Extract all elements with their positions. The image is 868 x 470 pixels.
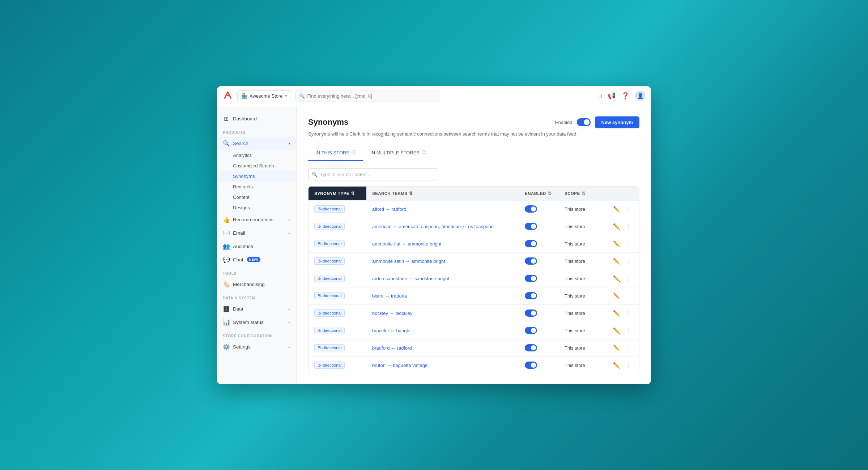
edit-icon-0[interactable]: ✏️ xyxy=(612,205,622,213)
edit-icon-4[interactable]: ✏️ xyxy=(612,274,622,283)
tab-in-multiple-stores[interactable]: IN MULTIPLE STORES ⓘ xyxy=(363,145,433,161)
table-search-icon: 🔍 xyxy=(312,172,318,177)
col-enabled[interactable]: ENABLED ⇅ xyxy=(519,187,559,201)
logo[interactable] xyxy=(223,90,233,102)
table-header-row: SYNONYM TYPE ⇅ SEARCH TERMS ⇅ ENABLED ⇅ … xyxy=(309,187,639,201)
badge-bidirectional-7[interactable]: Bi-directional xyxy=(314,327,345,334)
cell-enabled-9 xyxy=(519,356,559,374)
store-selector[interactable]: 🏪 Awesome Store ▾ xyxy=(237,90,291,101)
badge-bidirectional-1[interactable]: Bi-directional xyxy=(314,223,345,230)
row-actions-8: ✏️ ⋮ xyxy=(612,344,633,352)
row-toggle-1[interactable] xyxy=(525,223,537,230)
more-icon-6[interactable]: ⋮ xyxy=(625,309,633,317)
global-search-input[interactable] xyxy=(295,90,440,102)
row-actions-0: ✏️ ⋮ xyxy=(612,205,633,213)
row-actions-4: ✏️ ⋮ xyxy=(612,274,633,283)
row-toggle-7[interactable] xyxy=(525,327,537,334)
sidebar-item-system-status[interactable]: 📊 System status ▸ xyxy=(217,316,296,329)
more-icon-0[interactable]: ⋮ xyxy=(625,205,633,213)
system-status-icon: 📊 xyxy=(223,319,229,326)
sidebar-item-dashboard[interactable]: ⊞ Dashboard xyxy=(217,112,296,125)
row-toggle-6[interactable] xyxy=(525,309,537,317)
sidebar-item-data[interactable]: 🗄️ Data ▸ xyxy=(217,302,296,316)
sidebar-sub-designs[interactable]: Designs xyxy=(217,202,296,213)
in-multiple-stores-help-icon[interactable]: ⓘ xyxy=(422,150,426,156)
table-row: Bi-directional bracelet ↔ bangle This st… xyxy=(309,322,639,339)
edit-icon-2[interactable]: ✏️ xyxy=(612,240,622,248)
row-toggle-4[interactable] xyxy=(525,275,537,282)
section-label-data-system: DATA & SYSTEM xyxy=(217,291,296,302)
user-avatar[interactable]: 👤 xyxy=(635,91,645,101)
edit-icon-8[interactable]: ✏️ xyxy=(612,344,622,352)
cell-scope-9: This store xyxy=(559,356,606,374)
row-actions-9: ✏️ ⋮ xyxy=(612,361,633,369)
more-icon-9[interactable]: ⋮ xyxy=(625,361,633,369)
row-toggle-0[interactable] xyxy=(525,205,537,213)
sidebar-item-settings[interactable]: ⚙️ Settings ▸ xyxy=(217,340,296,354)
more-icon-2[interactable]: ⋮ xyxy=(625,240,633,248)
sidebar-sub-customized-search[interactable]: Customized Search xyxy=(217,161,296,171)
col-search-terms[interactable]: SEARCH TERMS ⇅ xyxy=(366,187,519,201)
more-icon-5[interactable]: ⋮ xyxy=(625,292,633,300)
row-toggle-5[interactable] xyxy=(525,292,537,299)
edit-icon-9[interactable]: ✏️ xyxy=(612,361,622,369)
search-terms-text-4: arden sandstone ↔ sandstone bright xyxy=(372,276,449,281)
badge-bidirectional-8[interactable]: Bi-directional xyxy=(314,344,345,351)
megaphone-icon[interactable]: 📢 xyxy=(608,92,616,100)
row-toggle-2[interactable] xyxy=(525,240,537,247)
cell-synonym-type-5: Bi-directional xyxy=(309,287,366,304)
sidebar-item-chat[interactable]: 💬 Chat New! xyxy=(217,253,296,266)
more-icon-4[interactable]: ⋮ xyxy=(625,274,633,283)
cell-scope-3: This store xyxy=(559,252,606,270)
scope-text-7: This store xyxy=(565,328,585,333)
sidebar-sub-content[interactable]: Content xyxy=(217,192,296,202)
cell-synonym-type-6: Bi-directional xyxy=(309,304,366,322)
badge-bidirectional-9[interactable]: Bi-directional xyxy=(314,362,345,369)
sidebar-item-recommendations[interactable]: 👍 Recommendations ▸ xyxy=(217,213,296,226)
edit-icon-6[interactable]: ✏️ xyxy=(612,309,622,317)
sidebar-item-audience[interactable]: 👥 Audience xyxy=(217,240,296,253)
search-terms-text-0: afford ↔ radford xyxy=(372,206,406,212)
scope-text-3: This store xyxy=(565,258,585,264)
table-search-input[interactable] xyxy=(308,168,438,180)
col-synonym-type[interactable]: SYNONYM TYPE ⇅ xyxy=(309,187,366,201)
badge-bidirectional-6[interactable]: Bi-directional xyxy=(314,309,345,317)
scope-text-5: This store xyxy=(565,293,585,299)
row-toggle-3[interactable] xyxy=(525,257,537,265)
edit-icon-5[interactable]: ✏️ xyxy=(612,292,622,300)
sidebar-item-search[interactable]: 🔍 Search ▾ xyxy=(217,137,296,150)
sidebar-sub-analytics[interactable]: Analytics xyxy=(217,150,296,161)
table-search: 🔍 xyxy=(308,168,438,180)
sidebar-item-merchandising[interactable]: 🏷️ Merchandising xyxy=(217,278,296,291)
badge-bidirectional-0[interactable]: Bi-directional xyxy=(314,205,345,213)
cell-search-terms-1: american ↔ american teaspoon, american ↔… xyxy=(366,218,519,235)
sidebar-item-email[interactable]: ✉️ Email ▸ xyxy=(217,226,296,240)
notifications-icon[interactable]: □ xyxy=(598,92,602,100)
more-icon-8[interactable]: ⋮ xyxy=(625,344,633,352)
edit-icon-1[interactable]: ✏️ xyxy=(612,222,622,231)
more-icon-7[interactable]: ⋮ xyxy=(625,326,633,335)
row-toggle-8[interactable] xyxy=(525,344,537,351)
col-scope[interactable]: SCOPE ⇅ xyxy=(559,187,606,201)
in-this-store-help-icon[interactable]: ⓘ xyxy=(352,150,356,156)
cell-actions-5: ✏️ ⋮ xyxy=(606,287,639,304)
cell-scope-4: This store xyxy=(559,270,606,287)
cell-enabled-2 xyxy=(519,235,559,252)
enabled-toggle[interactable] xyxy=(577,118,591,126)
more-icon-1[interactable]: ⋮ xyxy=(625,222,633,231)
badge-bidirectional-3[interactable]: Bi-directional xyxy=(314,257,345,265)
sidebar-sub-redirects[interactable]: Redirects xyxy=(217,181,296,192)
more-icon-3[interactable]: ⋮ xyxy=(625,257,633,265)
edit-icon-7[interactable]: ✏️ xyxy=(612,326,622,335)
sidebar-sub-synonyms[interactable]: Synonyms xyxy=(217,171,296,181)
col-actions xyxy=(606,187,639,201)
row-toggle-9[interactable] xyxy=(525,362,537,369)
edit-icon-3[interactable]: ✏️ xyxy=(612,257,622,265)
tab-in-this-store[interactable]: IN THIS STORE ⓘ xyxy=(308,145,363,161)
new-synonym-button[interactable]: New synonym xyxy=(595,116,639,128)
badge-bidirectional-4[interactable]: Bi-directional xyxy=(314,275,345,282)
badge-bidirectional-2[interactable]: Bi-directional xyxy=(314,240,345,247)
help-icon[interactable]: ❓ xyxy=(621,92,629,100)
table-row: Bi-directional bruton ↔ baguette vintage… xyxy=(309,356,639,374)
badge-bidirectional-5[interactable]: Bi-directional xyxy=(314,292,345,299)
